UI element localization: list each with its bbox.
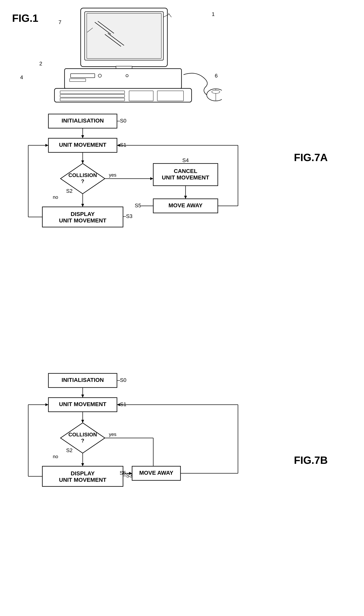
svg-marker-111 <box>117 403 120 406</box>
svg-text:yes: yes <box>109 172 116 178</box>
svg-marker-46 <box>150 177 153 180</box>
svg-text:S2: S2 <box>66 447 73 453</box>
svg-text:MOVE AWAY: MOVE AWAY <box>139 470 173 476</box>
svg-marker-30 <box>81 135 84 138</box>
svg-rect-9 <box>71 74 95 78</box>
svg-point-10 <box>98 74 102 77</box>
svg-text:UNIT MOVEMENT: UNIT MOVEMENT <box>59 142 106 148</box>
svg-text:S1: S1 <box>120 142 126 148</box>
svg-text:?: ? <box>81 438 84 444</box>
svg-text:DISPLAY: DISPLAY <box>71 211 95 217</box>
svg-rect-2 <box>87 13 161 58</box>
svg-text:S4: S4 <box>182 157 189 163</box>
svg-point-15 <box>212 90 220 94</box>
svg-marker-58 <box>184 196 187 199</box>
svg-marker-66 <box>45 144 48 147</box>
svg-marker-89 <box>81 463 84 466</box>
svg-rect-16 <box>54 88 192 102</box>
svg-text:UNIT MOVEMENT: UNIT MOVEMENT <box>59 217 106 224</box>
svg-marker-76 <box>81 395 84 398</box>
svg-text:?: ? <box>81 178 84 184</box>
svg-text:S5: S5 <box>120 470 126 476</box>
svg-text:S3: S3 <box>126 213 132 219</box>
svg-text:COLLISION: COLLISION <box>68 431 97 438</box>
svg-text:no: no <box>53 194 58 200</box>
svg-marker-82 <box>81 420 84 423</box>
svg-text:MOVE AWAY: MOVE AWAY <box>169 202 202 209</box>
svg-text:COLLISION: COLLISION <box>68 172 97 178</box>
svg-text:S0: S0 <box>120 377 126 383</box>
svg-marker-70 <box>117 144 120 147</box>
svg-text:INITIALISATION: INITIALISATION <box>62 377 104 383</box>
computer-illustration <box>30 6 222 107</box>
svg-text:DISPLAY: DISPLAY <box>71 470 95 477</box>
svg-rect-12 <box>70 79 86 81</box>
svg-text:yes: yes <box>109 431 116 437</box>
svg-text:UNIT MOVEMENT: UNIT MOVEMENT <box>162 174 209 181</box>
svg-text:UNIT MOVEMENT: UNIT MOVEMENT <box>59 477 106 483</box>
svg-point-11 <box>126 74 128 77</box>
ref-4: 4 <box>20 74 23 80</box>
flowchart-7b: INITIALISATION S0 UNIT MOVEMENT S1 COLLI… <box>16 371 288 603</box>
svg-marker-43 <box>81 204 84 207</box>
svg-marker-36 <box>81 161 84 163</box>
flowchart-7a: INITIALISATION S0 UNIT MOVEMENT S1 COLLI… <box>16 112 288 358</box>
svg-text:S2: S2 <box>66 188 73 194</box>
svg-text:no: no <box>53 454 58 459</box>
svg-text:CANCEL: CANCEL <box>174 168 197 174</box>
fig7a-label: FIG.7A <box>294 151 328 163</box>
svg-text:S1: S1 <box>120 401 126 407</box>
fig7b-label: FIG.7B <box>294 454 328 466</box>
svg-text:S0: S0 <box>120 118 126 124</box>
svg-marker-107 <box>45 403 48 406</box>
svg-line-24 <box>169 13 171 17</box>
svg-text:S5: S5 <box>135 202 141 209</box>
svg-text:UNIT MOVEMENT: UNIT MOVEMENT <box>59 401 106 407</box>
svg-text:INITIALISATION: INITIALISATION <box>62 118 104 124</box>
